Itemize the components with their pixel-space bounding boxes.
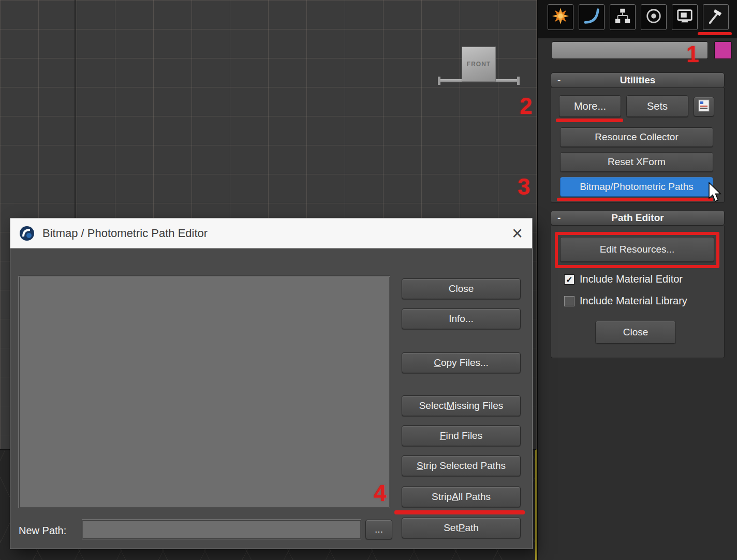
front-gizmo-cube[interactable]: FRONT bbox=[462, 47, 496, 82]
object-name-field[interactable] bbox=[552, 41, 708, 59]
info-button[interactable]: Info... bbox=[402, 308, 521, 329]
reset-xform-button[interactable]: Reset XForm bbox=[560, 152, 713, 172]
tab-motion[interactable] bbox=[641, 4, 667, 30]
annotation-step-1: 1 bbox=[686, 41, 699, 67]
utilities-rollout-header[interactable]: - Utilities bbox=[551, 72, 725, 88]
annotation-underline-strip-all-paths bbox=[394, 510, 525, 514]
annotation-underline-utilities-tab bbox=[698, 32, 732, 35]
dialog-title: Bitmap / Photometric Path Editor bbox=[42, 227, 208, 240]
edit-resources-button[interactable]: Edit Resources... bbox=[560, 237, 714, 262]
include-material-library-label: Include Material Library bbox=[580, 295, 687, 307]
utilities-hammer-icon bbox=[707, 7, 725, 27]
mouse-cursor-icon bbox=[708, 182, 723, 206]
checkmark-icon: ✓ bbox=[566, 275, 572, 285]
strip-all-paths-button[interactable]: Strip All Paths bbox=[402, 487, 521, 507]
annotation-step-3: 3 bbox=[518, 174, 530, 200]
annotation-step-4: 4 bbox=[374, 480, 386, 506]
browse-path-button[interactable]: ... bbox=[365, 520, 392, 539]
front-gizmo-cap-right bbox=[517, 77, 520, 85]
select-missing-files-button[interactable]: Select Missing Files bbox=[402, 395, 521, 416]
hierarchy-icon bbox=[614, 7, 631, 27]
path-editor-rollout-header[interactable]: - Path Editor bbox=[551, 210, 725, 226]
create-icon bbox=[552, 7, 569, 27]
copy-files-button[interactable]: Copy Files... bbox=[402, 352, 521, 373]
find-files-button[interactable]: Find Files bbox=[402, 425, 521, 446]
motion-icon bbox=[645, 7, 662, 27]
screenshot-root: FRONT bbox=[0, 0, 737, 560]
front-gizmo-label: FRONT bbox=[467, 61, 491, 68]
tab-hierarchy[interactable] bbox=[610, 4, 636, 30]
tab-modify[interactable] bbox=[579, 4, 605, 30]
include-material-editor-label: Include Material Editor bbox=[580, 273, 683, 285]
tab-create[interactable] bbox=[548, 4, 573, 30]
dialog-close-icon[interactable]: × bbox=[512, 220, 523, 246]
dialog-close-button[interactable]: Close bbox=[402, 278, 521, 299]
command-panel: - Utilities More... Sets Resource Collec… bbox=[537, 0, 737, 560]
path-list[interactable] bbox=[19, 276, 390, 508]
path-editor-close-button[interactable]: Close bbox=[595, 321, 676, 344]
collapse-minus-icon: - bbox=[557, 212, 561, 224]
button-sets-icon bbox=[697, 99, 711, 115]
configure-button-sets-button[interactable] bbox=[694, 97, 714, 116]
new-path-input[interactable] bbox=[82, 520, 361, 539]
tab-display[interactable] bbox=[672, 4, 698, 30]
set-path-button[interactable]: Set Path bbox=[402, 518, 521, 538]
utilities-rollout-title: Utilities bbox=[620, 75, 656, 86]
resource-collector-button[interactable]: Resource Collector bbox=[560, 127, 713, 147]
bitmap-photometric-paths-button[interactable]: Bitmap/Photometric Paths bbox=[560, 177, 713, 197]
strip-selected-paths-button[interactable]: Strip Selected Paths bbox=[402, 455, 521, 476]
annotation-underline-bitmap-paths bbox=[557, 198, 713, 201]
display-icon bbox=[676, 7, 694, 27]
collapse-minus-icon: - bbox=[557, 75, 561, 86]
new-path-label: New Path: bbox=[19, 525, 66, 537]
modify-icon bbox=[583, 7, 600, 27]
more-button[interactable]: More... bbox=[559, 95, 621, 117]
path-editor-rollout-title: Path Editor bbox=[611, 212, 664, 224]
annotation-underline-more bbox=[556, 119, 623, 122]
threedsmax-logo-icon bbox=[19, 225, 35, 242]
tab-utilities[interactable] bbox=[703, 4, 729, 30]
path-editor-dialog: Bitmap / Photometric Path Editor × Close… bbox=[10, 218, 532, 549]
object-color-swatch[interactable] bbox=[714, 41, 732, 59]
sets-button[interactable]: Sets bbox=[626, 95, 688, 117]
dialog-titlebar[interactable]: Bitmap / Photometric Path Editor × bbox=[10, 218, 532, 248]
include-material-editor-checkbox[interactable]: ✓ bbox=[564, 274, 574, 285]
include-material-library-checkbox[interactable] bbox=[564, 296, 574, 306]
front-gizmo-cap-left bbox=[438, 77, 440, 85]
annotation-step-2: 2 bbox=[520, 93, 532, 119]
